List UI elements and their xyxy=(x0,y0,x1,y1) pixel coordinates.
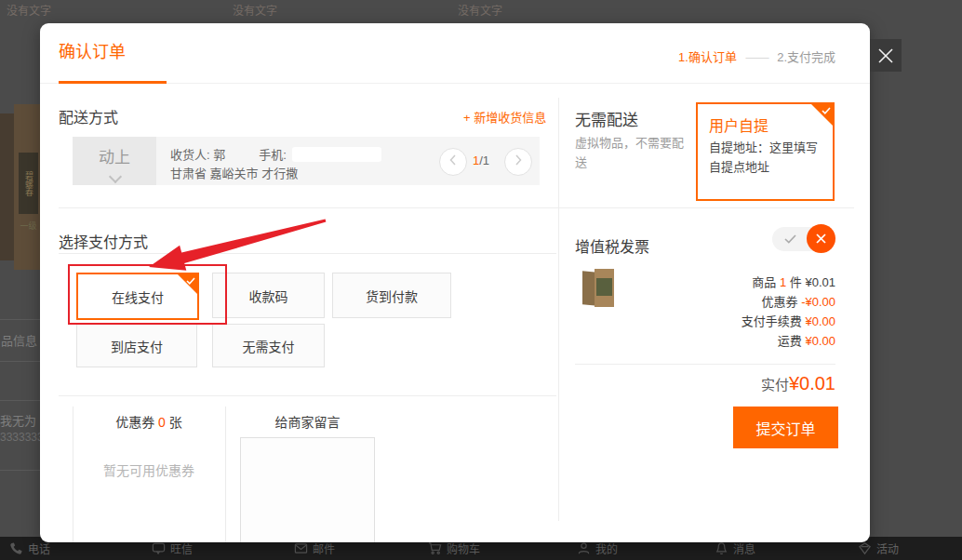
annotation-box xyxy=(68,264,227,325)
submit-order-button[interactable]: 提交订单 xyxy=(733,407,838,448)
goods-count: 1 xyxy=(780,275,786,289)
add-address-link[interactable]: + 新增收货信息 xyxy=(463,108,546,126)
payment-option-qrcode[interactable]: 收款码 xyxy=(212,273,325,318)
divider xyxy=(59,395,556,396)
check-icon[interactable] xyxy=(784,234,796,244)
bell-icon xyxy=(715,541,728,555)
summary-shipping-line: 运费 ¥0.00 xyxy=(575,331,835,351)
no-delivery-desc: 虚拟物品，不需要配送 xyxy=(575,133,688,172)
mail-icon xyxy=(294,541,308,555)
next-address-button[interactable] xyxy=(504,148,532,176)
close-button[interactable] xyxy=(870,39,902,72)
step-pay-complete: 2.支付完成 xyxy=(777,50,835,64)
invoice-off-button[interactable] xyxy=(807,224,835,253)
phone-label: 手机: xyxy=(259,145,287,163)
summary-coupon-line: 优惠券 -¥0.00 xyxy=(575,292,835,312)
chevron-left-icon xyxy=(449,154,457,166)
goods-unit: 件 xyxy=(790,275,802,289)
toolbar-item-label: 我的 xyxy=(595,540,618,556)
total-line: 实付¥0.01 xyxy=(575,373,835,394)
divider xyxy=(0,361,40,362)
fee-label: 支付手续费 xyxy=(742,314,802,328)
toolbar-item-label: 旺信 xyxy=(170,540,193,556)
summary-fee-line: 支付手续费 ¥0.00 xyxy=(575,312,835,331)
user-icon xyxy=(577,541,591,555)
delivery-heading: 配送方式 xyxy=(59,105,118,127)
coupon-empty-text: 暂无可用优惠券 xyxy=(73,460,225,479)
steps: 1.确认订单 —— 2.支付完成 xyxy=(678,47,835,65)
toolbar-item-label: 电话 xyxy=(28,540,50,556)
product-package-grade: 一级 xyxy=(19,220,38,234)
payment-option-label: 货到付款 xyxy=(366,287,418,305)
receiver-label: 收货人: 郭 xyxy=(170,145,225,163)
divider xyxy=(558,98,559,521)
product-image: 碧螺春 一级 xyxy=(0,100,42,272)
x-icon xyxy=(815,233,827,245)
phone-redacted xyxy=(292,147,381,162)
toolbar-item-label: 活动 xyxy=(876,540,899,556)
chevron-down-icon xyxy=(109,170,122,183)
invoice-toggle[interactable] xyxy=(772,227,834,251)
address-tag[interactable]: 动上 xyxy=(73,137,156,185)
coupon-value: -¥0.00 xyxy=(801,295,835,309)
merchant-message-input[interactable] xyxy=(240,437,375,542)
chevron-right-icon xyxy=(514,154,522,166)
payment-option-nopay[interactable]: 无需支付 xyxy=(212,324,325,367)
coupon-title: 优惠券 0 张 xyxy=(73,412,225,431)
close-icon xyxy=(876,47,895,65)
coupon-word: 优惠券 xyxy=(115,415,154,430)
bg-text: 无我无为 xyxy=(0,411,36,429)
toolbar-item-label: 购物车 xyxy=(447,540,480,556)
divider xyxy=(575,364,835,365)
address-card[interactable]: 动上 收货人: 郭 手机: 甘肃省 嘉峪关市 才行撒 1/1 xyxy=(73,137,540,185)
no-delivery-option[interactable]: 无需配送 xyxy=(575,107,638,130)
coupon-count: 0 xyxy=(158,415,166,430)
fee-value: ¥0.00 xyxy=(805,314,835,328)
address-pagination: 1/1 xyxy=(473,153,489,167)
divider xyxy=(0,400,40,401)
invoice-heading: 增值税发票 xyxy=(575,234,649,257)
submit-order-label: 提交订单 xyxy=(755,417,815,439)
bg-text: 没有文字 xyxy=(7,2,51,18)
payment-option-label: 收款码 xyxy=(249,287,288,305)
step-connector: —— xyxy=(746,50,768,64)
total-label: 实付 xyxy=(761,377,789,393)
user-pickup-option[interactable]: 用户自提 自提地址：这里填写自提点地址 xyxy=(696,102,835,201)
payment-option-instore[interactable]: 到店支付 xyxy=(76,324,197,367)
page-total: 1 xyxy=(483,153,489,167)
phone-icon xyxy=(9,541,23,555)
prev-address-button[interactable] xyxy=(439,148,467,176)
divider xyxy=(225,407,226,542)
payment-option-cod[interactable]: 货到付款 xyxy=(332,273,451,318)
payment-heading: 选择支付方式 xyxy=(59,230,148,252)
coupon-label: 优惠券 xyxy=(761,295,797,309)
shipping-label: 运费 xyxy=(778,334,802,348)
divider xyxy=(59,207,854,208)
total-value: ¥0.01 xyxy=(789,373,835,393)
toolbar-item-label: 消息 xyxy=(733,540,755,556)
chat-icon xyxy=(152,541,166,555)
step-confirm-order: 1.确认订单 xyxy=(678,50,737,64)
shipping-value: ¥0.00 xyxy=(805,334,835,348)
goods-label: 商品 xyxy=(752,275,776,289)
pickup-title: 用户自提 xyxy=(709,113,768,136)
merchant-message-heading: 给商家留言 xyxy=(240,412,375,431)
bg-text: 品信息 xyxy=(1,331,37,349)
goods-value: ¥0.01 xyxy=(805,275,835,289)
activity-icon xyxy=(858,541,872,555)
toolbar-item-label: 邮件 xyxy=(313,540,335,556)
address-tag-label: 动上 xyxy=(99,149,130,167)
confirm-order-modal: 确认订单 1.确认订单 —— 2.支付完成 配送方式 + 新增收货信息 动上 收… xyxy=(40,23,870,542)
coupon-unit: 张 xyxy=(169,415,182,430)
bg-text: 没有文字 xyxy=(233,2,277,18)
divider xyxy=(0,319,40,320)
payment-option-label: 无需支付 xyxy=(243,337,295,355)
summary-goods-line: 商品 1 件 ¥0.01 xyxy=(575,273,835,292)
title-underline xyxy=(59,81,167,84)
address-text: 甘肃省 嘉峪关市 才行撒 xyxy=(170,164,298,181)
modal-title: 确认订单 xyxy=(59,38,126,62)
divider xyxy=(0,470,40,471)
divider xyxy=(59,253,556,254)
address-receiver-line: 收货人: 郭 手机: xyxy=(170,145,381,163)
check-icon xyxy=(822,107,831,114)
